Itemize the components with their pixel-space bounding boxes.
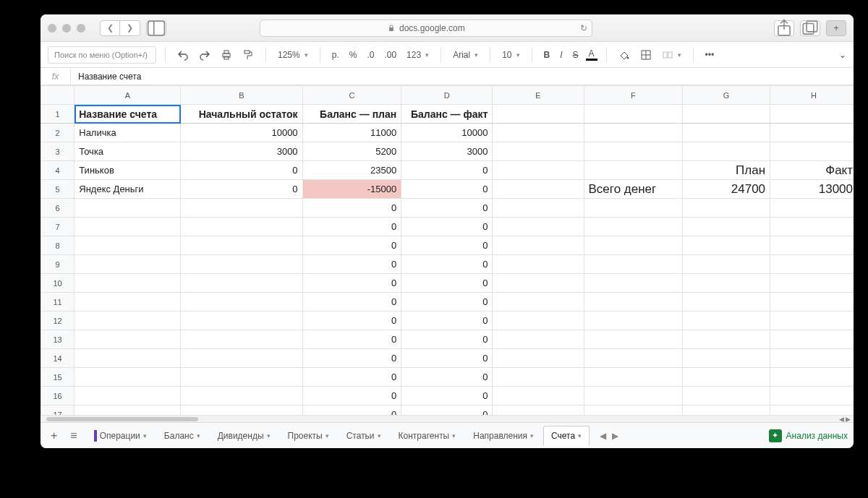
cell-H15[interactable] <box>770 368 854 387</box>
cell-E7[interactable] <box>493 218 584 236</box>
all-sheets-button[interactable]: ≡ <box>66 429 81 442</box>
explore-button[interactable]: ✦ Анализ данных <box>769 429 848 442</box>
cell-C15[interactable]: 0 <box>302 368 401 387</box>
cell-G12[interactable] <box>683 312 770 330</box>
share-button[interactable] <box>774 20 794 36</box>
cell-D3[interactable]: 3000 <box>401 142 493 161</box>
cell-A12[interactable] <box>75 312 181 330</box>
tab-menu-icon[interactable]: ▾ <box>452 432 456 439</box>
column-header-H[interactable]: H <box>770 86 854 105</box>
row-header-6[interactable]: 6 <box>41 199 75 218</box>
row-header-9[interactable]: 9 <box>41 255 75 274</box>
redo-button[interactable] <box>196 48 213 62</box>
tab-menu-icon[interactable]: ▾ <box>530 432 534 439</box>
cell-H6[interactable] <box>770 199 854 218</box>
sheet-scroll[interactable]: ◀ ▶ <box>600 431 618 441</box>
row-header-8[interactable]: 8 <box>41 236 75 255</box>
cell-E4[interactable] <box>493 161 584 180</box>
cell-E13[interactable] <box>493 330 584 349</box>
row-header-10[interactable]: 10 <box>41 274 75 293</box>
tab-menu-icon[interactable]: ▾ <box>578 432 582 439</box>
zoom-dropdown[interactable]: 125% <box>275 48 311 61</box>
more-button[interactable]: ••• <box>702 48 718 61</box>
cell-D10[interactable]: 0 <box>401 274 493 293</box>
cell-B12[interactable] <box>181 312 302 330</box>
cell-B6[interactable] <box>181 199 302 218</box>
spreadsheet-grid[interactable]: ABCDEFGH1Название счетаНачальный остаток… <box>41 85 854 415</box>
cell-D12[interactable]: 0 <box>401 312 493 330</box>
currency-format-button[interactable]: р. <box>329 48 342 61</box>
cell-G5[interactable]: 24700 <box>683 180 770 199</box>
merge-cells-button[interactable] <box>659 48 684 62</box>
sheet-scroll-left-icon[interactable]: ◀ <box>600 431 606 441</box>
cell-F16[interactable] <box>584 387 683 405</box>
cell-C7[interactable]: 0 <box>302 218 401 236</box>
row-header-7[interactable]: 7 <box>41 218 75 236</box>
cell-G4[interactable]: План <box>683 161 770 180</box>
cell-C14[interactable]: 0 <box>302 349 401 368</box>
cell-C13[interactable]: 0 <box>302 330 401 349</box>
cell-A3[interactable]: Точка <box>75 142 181 161</box>
row-header-2[interactable]: 2 <box>41 124 75 142</box>
formula-input[interactable]: Название счета <box>71 72 148 82</box>
cell-E3[interactable] <box>493 142 584 161</box>
cell-A5[interactable]: Яндекс Деньги <box>75 180 181 199</box>
column-header-B[interactable]: B <box>181 86 302 105</box>
cell-B7[interactable] <box>181 218 302 236</box>
tab-menu-icon[interactable]: ▾ <box>267 432 271 439</box>
cell-A17[interactable] <box>75 405 181 416</box>
zoom-window-icon[interactable] <box>77 24 85 33</box>
cell-F12[interactable] <box>584 312 683 330</box>
column-header-A[interactable]: A <box>75 86 181 105</box>
new-tab-button[interactable]: + <box>826 20 846 36</box>
cell-B5[interactable]: 0 <box>181 180 302 199</box>
cell-F11[interactable] <box>584 293 683 312</box>
cell-D7[interactable]: 0 <box>401 218 493 236</box>
cell-E1[interactable] <box>493 105 584 124</box>
address-bar[interactable]: docs.google.com ↻ <box>260 20 592 37</box>
print-button[interactable] <box>218 48 235 62</box>
cell-C5[interactable]: -15000 <box>302 180 401 199</box>
cell-C1[interactable]: Баланс — план <box>302 105 401 124</box>
cell-E2[interactable] <box>493 124 584 142</box>
cell-E10[interactable] <box>493 274 584 293</box>
cell-F13[interactable] <box>584 330 683 349</box>
increase-decimal-button[interactable]: .00 <box>381 48 399 61</box>
cell-E16[interactable] <box>493 387 584 405</box>
row-header-3[interactable]: 3 <box>41 142 75 161</box>
cell-H11[interactable] <box>770 293 854 312</box>
cell-D17[interactable]: 0 <box>401 405 493 416</box>
cell-C6[interactable]: 0 <box>302 199 401 218</box>
cell-E12[interactable] <box>493 312 584 330</box>
sheet-tab-Направления[interactable]: Направления▾ <box>465 426 542 446</box>
cell-A4[interactable]: Тиньков <box>75 161 181 180</box>
cell-A9[interactable] <box>75 255 181 274</box>
cell-A2[interactable]: Наличка <box>75 124 181 142</box>
sheet-tab-Дивиденды[interactable]: Дивиденды▾ <box>210 426 278 446</box>
cell-B14[interactable] <box>181 349 302 368</box>
cell-D15[interactable]: 0 <box>401 368 493 387</box>
cell-G9[interactable] <box>683 255 770 274</box>
font-dropdown[interactable]: Arial <box>450 48 481 61</box>
cell-G1[interactable] <box>683 105 770 124</box>
cell-D14[interactable]: 0 <box>401 349 493 368</box>
tab-menu-icon[interactable]: ▾ <box>326 432 329 439</box>
cell-H12[interactable] <box>770 312 854 330</box>
cell-F8[interactable] <box>584 236 683 255</box>
cell-A15[interactable] <box>75 368 181 387</box>
sidebar-button[interactable] <box>146 20 166 36</box>
cell-G6[interactable] <box>683 199 770 218</box>
sheet-tab-Статьи[interactable]: Статьи▾ <box>339 426 389 446</box>
row-header-1[interactable]: 1 <box>41 105 75 124</box>
cell-F5[interactable]: Всего денег <box>584 180 683 199</box>
sheet-tab-Контрагенты[interactable]: Контрагенты▾ <box>391 426 464 446</box>
cell-B3[interactable]: 3000 <box>181 142 302 161</box>
cell-H8[interactable] <box>770 236 854 255</box>
cell-F15[interactable] <box>584 368 683 387</box>
cell-A1[interactable]: Название счета <box>75 105 181 124</box>
scroll-thumb[interactable] <box>46 417 198 421</box>
borders-button[interactable] <box>637 48 655 62</box>
cell-B1[interactable]: Начальный остаток <box>181 105 302 124</box>
cell-G7[interactable] <box>683 218 770 236</box>
font-size-dropdown[interactable]: 10 <box>499 48 522 61</box>
